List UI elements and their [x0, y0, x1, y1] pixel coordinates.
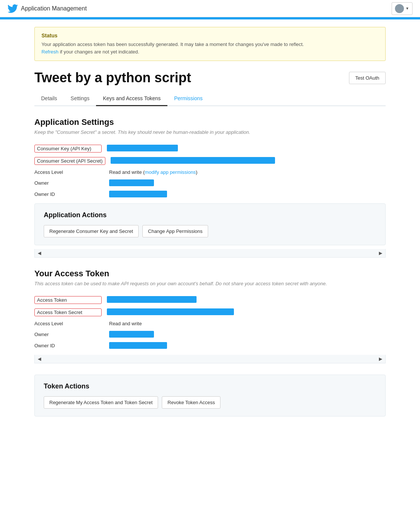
owner-label: Owner	[34, 180, 109, 186]
avatar-icon	[395, 4, 404, 13]
consumer-key-value	[107, 145, 178, 151]
header-left: Application Management	[7, 3, 87, 14]
owner-id-row: Owner ID	[34, 188, 386, 200]
tab-details[interactable]: Details	[34, 92, 64, 106]
consumer-secret-value	[111, 157, 275, 164]
access-token-secret-row: Access Token Secret	[34, 306, 386, 319]
app-title-row: Tweet by a python script Test OAuth	[34, 70, 386, 86]
token-owner-id-value	[109, 342, 167, 349]
token-owner-id-row: Owner ID	[34, 340, 386, 351]
scroll-right-arrow[interactable]: ▶	[379, 250, 382, 256]
application-settings-subtitle: Keep the "Consumer Secret" a secret. Thi…	[34, 129, 386, 135]
owner-row: Owner	[34, 177, 386, 188]
your-access-token-section: Your Access Token This access token can …	[34, 269, 386, 351]
token-actions-box: Token Actions Regenerate My Access Token…	[34, 375, 386, 416]
application-actions-title: Application Actions	[44, 211, 376, 219]
token-owner-row: Owner	[34, 329, 386, 340]
access-token-row: Access Token	[34, 294, 386, 306]
token-access-level-label: Access Level	[34, 321, 109, 326]
application-settings-title: Application Settings	[34, 117, 386, 127]
tab-settings[interactable]: Settings	[64, 92, 96, 106]
header-title: Application Management	[21, 5, 87, 12]
user-menu[interactable]: ▼	[392, 2, 413, 15]
token-access-level-value: Read and write	[109, 321, 142, 326]
access-token-label: Access Token	[34, 296, 102, 304]
consumer-secret-label: Consumer Secret (API Secret)	[34, 157, 105, 165]
token-owner-label: Owner	[34, 332, 109, 337]
chevron-down-icon: ▼	[405, 6, 409, 10]
access-level-row: Access Level Read and write (modify app …	[34, 167, 386, 177]
access-level-label: Access Level	[34, 169, 109, 175]
access-token-value	[107, 296, 197, 303]
status-refresh-link[interactable]: Refresh	[41, 49, 59, 55]
app-title: Tweet by a python script	[34, 70, 191, 86]
modify-app-permissions-link[interactable]: modify app permissions	[145, 169, 196, 175]
app-actions-scrollbar: ◀ ▶	[34, 249, 386, 258]
your-access-token-table: Access Token Access Token Secret Access …	[34, 294, 386, 351]
main-content: Status Your application access token has…	[27, 19, 393, 428]
access-level-value: Read and write (modify app permissions)	[109, 169, 197, 175]
regenerate-consumer-key-button[interactable]: Regenerate Consumer Key and Secret	[44, 225, 139, 237]
app-settings-table: Consumer Key (API Key) Consumer Secret (…	[34, 142, 386, 200]
change-app-permissions-button[interactable]: Change App Permissions	[142, 225, 208, 237]
status-message: Your application access token has been s…	[41, 41, 304, 47]
test-oauth-button[interactable]: Test OAuth	[349, 72, 386, 84]
consumer-key-label: Consumer Key (API Key)	[34, 145, 102, 153]
token-scroll-right-arrow[interactable]: ▶	[379, 356, 382, 362]
application-settings-section: Application Settings Keep the "Consumer …	[34, 117, 386, 200]
owner-id-label: Owner ID	[34, 191, 109, 197]
status-box: Status Your application access token has…	[34, 27, 386, 61]
tab-permissions[interactable]: Permissions	[167, 92, 209, 106]
scroll-left-arrow[interactable]: ◀	[38, 250, 41, 256]
access-token-secret-label: Access Token Secret	[34, 308, 102, 316]
token-scroll-left-arrow[interactable]: ◀	[38, 356, 41, 362]
status-title: Status	[41, 33, 379, 39]
application-actions-buttons: Regenerate Consumer Key and Secret Chang…	[44, 225, 376, 237]
token-actions-title: Token Actions	[44, 382, 376, 390]
status-after-refresh: if your changes are not yet indicated.	[60, 49, 139, 55]
tabs-nav: Details Settings Keys and Access Tokens …	[34, 92, 386, 106]
twitter-logo-icon	[7, 3, 18, 14]
owner-value	[109, 179, 154, 186]
token-table-scrollbar: ◀ ▶	[34, 355, 386, 363]
your-access-token-subtitle: This access token can be used to make AP…	[34, 281, 386, 286]
token-actions-buttons: Regenerate My Access Token and Token Sec…	[44, 396, 376, 409]
header: Application Management ▼	[0, 0, 420, 17]
access-token-secret-value	[107, 308, 234, 315]
application-actions-box: Application Actions Regenerate Consumer …	[34, 203, 386, 245]
your-access-token-title: Your Access Token	[34, 269, 386, 279]
token-access-level-row: Access Level Read and write	[34, 319, 386, 329]
regenerate-access-token-button[interactable]: Regenerate My Access Token and Token Sec…	[44, 396, 158, 409]
status-body: Your application access token has been s…	[41, 41, 379, 55]
owner-id-value	[109, 191, 167, 197]
tab-keys-and-access-tokens[interactable]: Keys and Access Tokens	[96, 92, 167, 106]
consumer-key-row: Consumer Key (API Key)	[34, 142, 386, 155]
consumer-secret-row: Consumer Secret (API Secret)	[34, 155, 386, 167]
token-owner-id-label: Owner ID	[34, 343, 109, 348]
revoke-token-access-button[interactable]: Revoke Token Access	[162, 396, 220, 409]
token-owner-value	[109, 331, 154, 338]
